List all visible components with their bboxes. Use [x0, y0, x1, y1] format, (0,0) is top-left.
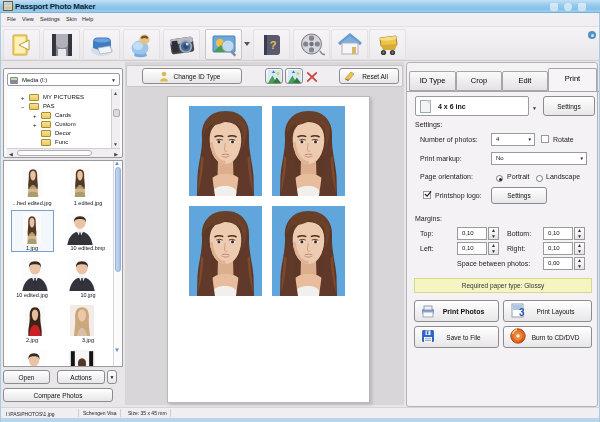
svg-text:3: 3: [519, 307, 525, 318]
svg-text:?: ?: [269, 39, 276, 51]
